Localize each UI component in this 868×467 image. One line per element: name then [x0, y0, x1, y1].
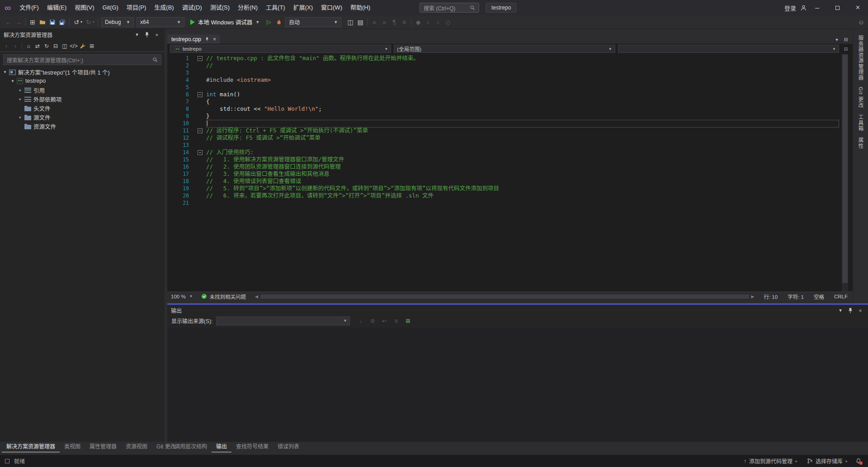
- open-file-icon[interactable]: [38, 17, 47, 27]
- start-without-debugging-icon[interactable]: ▷: [264, 17, 274, 27]
- menu-item[interactable]: 工具(T): [262, 0, 289, 15]
- maximize-button[interactable]: [827, 0, 848, 15]
- scroll-left-icon[interactable]: ◀: [253, 294, 260, 299]
- properties-window-icon[interactable]: ▤: [355, 17, 365, 27]
- fold-marker[interactable]: [196, 199, 206, 207]
- sign-in-button[interactable]: 登录: [784, 4, 796, 12]
- autohide-tab[interactable]: 工具箱: [857, 114, 864, 132]
- new-project-icon[interactable]: ⊞: [28, 17, 38, 27]
- fold-marker[interactable]: [196, 142, 206, 149]
- configuration-combo[interactable]: Debug▼: [101, 17, 134, 27]
- panel-tab[interactable]: 解决方案资源管理器: [2, 442, 60, 453]
- tree-item[interactable]: ▸ 源文件: [0, 113, 165, 122]
- output-settings-icon[interactable]: ⊞: [403, 316, 412, 325]
- user-profile-icon[interactable]: [800, 5, 807, 11]
- scope-dropdown[interactable]: (全局范围) ▼: [394, 45, 615, 53]
- menu-item[interactable]: 帮助(H): [346, 0, 374, 15]
- tree-item[interactable]: ▸ 引用: [0, 85, 165, 94]
- menu-item[interactable]: 调试(D): [178, 0, 206, 15]
- code-line[interactable]: 14 // 入门使用技巧:: [167, 149, 853, 156]
- menu-item[interactable]: 生成(B): [150, 0, 178, 15]
- code-line[interactable]: 19 // 5. 转到“项目”>“添加新项”以创建新的代码文件，或转到“项目”>…: [167, 185, 853, 192]
- code-line[interactable]: 6 int main(): [167, 91, 853, 98]
- fold-marker[interactable]: [196, 192, 206, 199]
- panel-tab[interactable]: 输出: [212, 442, 231, 453]
- code-line[interactable]: 11 // 运行程序: Ctrl + F5 或调试 >“开始执行(不调试)”菜单: [167, 127, 853, 134]
- autohide-tab[interactable]: Git 更改: [857, 87, 864, 108]
- solution-explorer-header[interactable]: 解决方案资源管理器 ▾×: [0, 29, 165, 40]
- select-repository-button[interactable]: 选择存储库 ▴: [803, 455, 851, 467]
- minimize-button[interactable]: ─: [807, 0, 827, 15]
- code-line[interactable]: 17 // 3. 使用输出窗口查看生成输出和其他消息: [167, 170, 853, 178]
- member-dropdown[interactable]: ▼: [618, 45, 839, 53]
- code-line[interactable]: 21: [167, 199, 853, 207]
- fold-marker[interactable]: [196, 98, 206, 105]
- tree-item[interactable]: 资源文件: [0, 122, 165, 131]
- fold-marker[interactable]: [196, 91, 206, 98]
- tree-item[interactable]: 头文件: [0, 104, 165, 113]
- fold-marker[interactable]: [196, 185, 206, 192]
- code-line[interactable]: 18 // 4. 使用错误列表窗口查看错误: [167, 178, 853, 185]
- show-all-files-icon[interactable]: ◫: [60, 42, 69, 51]
- notifications-button[interactable]: [854, 455, 863, 467]
- split-editor-button[interactable]: ⊟: [842, 45, 850, 53]
- menu-item[interactable]: 窗口(W): [317, 0, 346, 15]
- fold-marker[interactable]: [196, 113, 206, 120]
- fold-marker[interactable]: [196, 163, 206, 170]
- fold-marker[interactable]: [196, 55, 206, 62]
- platform-combo[interactable]: x64▼: [137, 17, 184, 27]
- document-health-indicator[interactable]: 未找到相关问题: [197, 293, 251, 300]
- fold-marker[interactable]: [196, 69, 206, 76]
- toolwindow-menu-icon[interactable]: ▾: [836, 307, 844, 315]
- tree-item[interactable]: ▾ 解决方案"testrepo"(1 个项目/共 1 个): [0, 67, 165, 76]
- code-line[interactable]: 10: [167, 120, 853, 127]
- panel-tab[interactable]: 查找符号结果: [231, 442, 273, 453]
- vertical-scrollbar[interactable]: [842, 54, 848, 292]
- menu-item[interactable]: 扩展(X): [289, 0, 317, 15]
- quick-search-box[interactable]: 搜索 (Ctrl+Q): [420, 3, 479, 13]
- autohide-tab[interactable]: 服务器资源管理器: [857, 35, 864, 80]
- fold-marker[interactable]: [196, 149, 206, 156]
- panel-tab[interactable]: 属性管理器: [85, 442, 121, 453]
- scroll-right-icon[interactable]: ▶: [750, 294, 756, 299]
- code-line[interactable]: 3: [167, 69, 853, 76]
- refresh-icon[interactable]: ↻: [42, 42, 51, 51]
- autohide-tab[interactable]: 属性: [857, 137, 864, 149]
- zoom-dropdown[interactable]: 100 % ▼: [167, 292, 197, 301]
- fold-marker[interactable]: [196, 134, 206, 142]
- eol-indicator[interactable]: CRLF: [829, 294, 853, 299]
- background-tasks-icon[interactable]: [5, 459, 9, 463]
- add-to-source-control-button[interactable]: ↑ 添加到源代码管理 ▴: [740, 455, 801, 467]
- fold-marker[interactable]: [196, 62, 206, 69]
- fold-marker[interactable]: [196, 156, 206, 163]
- code-line[interactable]: 8 std::cout << "Hello World!\n";: [167, 105, 853, 113]
- toolwindow-menu-icon[interactable]: ▾: [133, 31, 141, 39]
- scrollbar-track[interactable]: [260, 293, 750, 300]
- tree-item[interactable]: ▾ testrepo: [0, 76, 165, 85]
- panel-splitter[interactable]: [167, 303, 868, 305]
- code-editor[interactable]: 1 // testrepo.cpp : 此文件包含 "main" 函数。程序执行…: [167, 54, 853, 292]
- fold-marker[interactable]: [196, 105, 206, 113]
- code-line[interactable]: 16 // 2. 使用团队资源管理器窗口连接到源代码管理: [167, 163, 853, 170]
- float-window-icon[interactable]: ⊟: [842, 35, 850, 43]
- menu-item[interactable]: 视图(V): [71, 0, 98, 15]
- fold-marker[interactable]: [196, 170, 206, 178]
- pin-icon[interactable]: [143, 31, 151, 39]
- solution-explorer-search-box[interactable]: 搜索解决方案资源管理器(Ctrl+;): [3, 54, 161, 65]
- fold-marker[interactable]: [196, 84, 206, 91]
- menu-item[interactable]: 分析(N): [234, 0, 262, 15]
- code-line[interactable]: 2 //: [167, 62, 853, 69]
- view-code-icon[interactable]: </>: [69, 42, 78, 51]
- output-content[interactable]: [167, 328, 868, 442]
- collapse-all-icon[interactable]: ⊟: [51, 42, 60, 51]
- feedback-icon[interactable]: ☺: [858, 15, 864, 29]
- spaces-indicator[interactable]: 空格: [809, 293, 829, 300]
- fold-marker[interactable]: [196, 127, 206, 134]
- code-line[interactable]: 5: [167, 84, 853, 91]
- output-source-combo[interactable]: ▼: [216, 316, 350, 325]
- scrollbar-thumb[interactable]: [260, 294, 749, 299]
- tree-expander-icon[interactable]: ▾: [9, 79, 16, 83]
- code-line[interactable]: 13: [167, 142, 853, 149]
- switch-views-icon[interactable]: ⇄: [33, 42, 42, 51]
- horizontal-scrollbar[interactable]: ◀ ▶: [253, 292, 756, 301]
